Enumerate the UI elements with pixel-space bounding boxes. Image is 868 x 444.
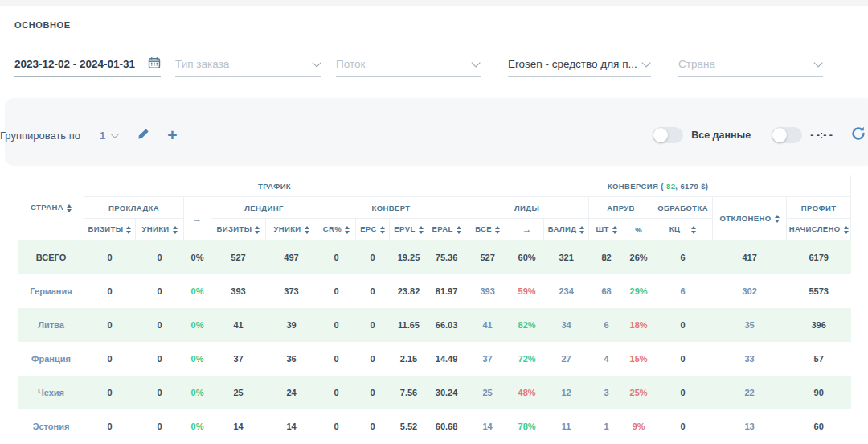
value-cell: 0 — [356, 342, 390, 376]
sort-icon — [380, 226, 385, 234]
value-cell: 0 — [356, 308, 390, 342]
conversion-approved-count: 82 — [666, 182, 675, 191]
value-cell: 60.68 — [428, 409, 465, 443]
value-cell: 0 — [84, 376, 136, 409]
col-header-all[interactable]: ВСЕ — [465, 219, 510, 240]
value-cell: 81.97 — [428, 274, 465, 308]
value-cell: 5573 — [787, 274, 851, 308]
value-cell: 0 — [136, 308, 184, 342]
value-cell[interactable]: 302 — [713, 274, 787, 308]
value-cell[interactable]: 6 — [589, 308, 624, 342]
value-cell: 396 — [787, 308, 851, 342]
value-cell: 26% — [624, 240, 653, 274]
calendar-icon[interactable] — [148, 56, 161, 72]
edit-group-button[interactable] — [137, 128, 149, 143]
page-title: ОСНОВНОЕ — [14, 20, 71, 30]
value-cell: 82 — [589, 240, 624, 274]
value-cell[interactable]: 6 — [653, 274, 713, 308]
order-type-select[interactable]: Тип заказа — [175, 51, 321, 77]
value-cell[interactable]: 25 — [465, 376, 510, 409]
value-cell: 7.56 — [390, 376, 428, 409]
value-cell[interactable]: 27 — [544, 342, 589, 376]
country-cell[interactable]: Эстония — [18, 409, 84, 443]
value-cell: 497 — [266, 240, 317, 274]
group-header-landing: ЛЕНДИНГ — [211, 197, 317, 219]
value-cell[interactable]: 3 — [589, 376, 624, 409]
value-cell[interactable]: 11 — [544, 409, 589, 443]
value-cell: 0 — [136, 409, 184, 443]
value-cell: 0 — [84, 240, 136, 274]
value-cell[interactable]: 1 — [589, 409, 624, 443]
value-cell[interactable]: 33 — [713, 342, 787, 376]
value-cell[interactable]: 14 — [465, 409, 510, 443]
value-cell[interactable]: 41 — [465, 308, 510, 342]
sort-icon — [419, 226, 424, 234]
value-cell: 0% — [184, 342, 211, 376]
chevron-down-icon — [813, 58, 822, 67]
value-cell[interactable]: 35 — [713, 308, 787, 342]
filters-bar: 2023-12-02 - 2024-01-31 Тип заказа Поток… — [14, 51, 854, 77]
flow-select[interactable]: Поток — [336, 51, 481, 77]
value-cell[interactable]: 37 — [465, 342, 510, 376]
group-by-select[interactable]: 1 — [100, 130, 120, 142]
value-cell: 37 — [211, 342, 266, 376]
col-header-visits[interactable]: ВИЗИТЫ — [84, 219, 136, 240]
country-cell[interactable]: Литва — [18, 308, 84, 342]
value-cell: 0 — [356, 274, 390, 308]
refresh-icon — [850, 130, 866, 144]
refresh-button[interactable] — [850, 125, 866, 145]
table-header: СТРАНА ТРАФИК КОНВЕРСИЯ ( 82, 6179 $) ПР… — [18, 175, 851, 240]
col-header-kc[interactable]: КЦ — [653, 219, 713, 240]
col-header-epal[interactable]: EPAL — [428, 219, 465, 240]
order-type-placeholder: Тип заказа — [175, 58, 229, 70]
value-cell: 0 — [653, 342, 713, 376]
col-header-accrued[interactable]: НАЧИСЛЕНО — [787, 219, 851, 240]
all-data-toggle[interactable] — [653, 127, 683, 143]
group-by-value: 1 — [100, 130, 105, 142]
value-cell: 66.03 — [428, 308, 465, 342]
country-cell[interactable]: Чехия — [18, 376, 84, 409]
country-cell[interactable]: Франция — [18, 342, 84, 376]
value-cell: 30.24 — [428, 376, 465, 409]
group-header-prokladka: ПРОКЛАДКА — [84, 197, 184, 219]
col-header-valid[interactable]: ВАЛИД — [544, 219, 589, 240]
value-cell: 0 — [84, 274, 136, 308]
sort-icon — [579, 226, 584, 234]
col-header-visits[interactable]: ВИЗИТЫ — [211, 219, 266, 240]
time-toggle[interactable] — [772, 127, 802, 143]
traffic-arrow-header: → — [184, 197, 211, 240]
col-header-declined[interactable]: ОТКЛОНЕНО — [713, 197, 787, 240]
value-cell[interactable]: 12 — [544, 376, 589, 409]
value-cell[interactable]: 13 — [713, 409, 787, 443]
col-header-uniques[interactable]: УНИКИ — [136, 219, 184, 240]
flow-placeholder: Поток — [336, 58, 365, 70]
sort-icon — [305, 226, 309, 234]
value-cell[interactable]: 34 — [544, 308, 589, 342]
value-cell[interactable]: 4 — [589, 342, 624, 376]
value-cell: 72% — [510, 342, 544, 376]
col-header-pcs[interactable]: ШТ — [589, 219, 624, 240]
value-cell: 0 — [84, 342, 136, 376]
offer-select[interactable]: Erosen - средство для п... — [508, 51, 651, 77]
col-header-country[interactable]: СТРАНА — [18, 175, 84, 240]
table-row: Германия000%3933730023.8281.9739359%2346… — [18, 274, 851, 308]
toggle-knob — [772, 128, 787, 142]
table-row: Чехия000%2524007.5630.242548%12325%02290 — [18, 376, 851, 409]
col-header-uniques[interactable]: УНИКИ — [266, 219, 317, 240]
date-range-field[interactable]: 2023-12-02 - 2024-01-31 — [14, 51, 161, 77]
col-header-epvl[interactable]: EPVL — [390, 219, 428, 240]
col-header-epc[interactable]: EPC — [356, 219, 390, 240]
value-cell[interactable]: 234 — [544, 274, 589, 308]
value-cell[interactable]: 22 — [713, 376, 787, 409]
add-group-button[interactable]: + — [167, 128, 177, 142]
group-header-leads: ЛИДЫ — [465, 197, 589, 219]
group-by-label: Группировать по — [0, 130, 80, 142]
value-cell[interactable]: 393 — [465, 274, 510, 308]
plus-icon: + — [167, 128, 177, 142]
country-cell[interactable]: Германия — [18, 274, 84, 308]
offer-value: Erosen - средство для п... — [508, 58, 637, 70]
country-select[interactable]: Страна — [678, 51, 823, 77]
value-cell: 0 — [317, 240, 356, 274]
value-cell[interactable]: 68 — [589, 274, 624, 308]
col-header-cr[interactable]: CR% — [317, 219, 356, 240]
